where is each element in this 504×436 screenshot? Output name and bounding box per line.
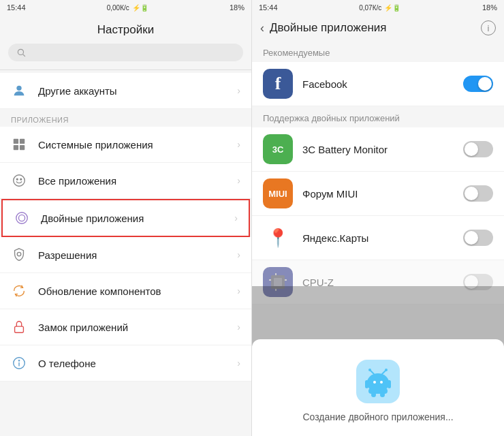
dialog-text: Создание двойного приложения... xyxy=(302,411,453,422)
facebook-icon: f xyxy=(263,69,293,99)
right-page-title: Двойные приложения xyxy=(270,21,475,35)
all-apps-label: Все приложения xyxy=(38,175,226,187)
time-right: 15:44 xyxy=(259,3,278,12)
toggle-knob xyxy=(464,142,478,156)
menu-item-system-apps[interactable]: Системные приложения › xyxy=(0,127,251,163)
svg-point-29 xyxy=(385,369,388,371)
app-item-yandex: 📍 Яндекс.Карты xyxy=(252,216,504,260)
dialog-box: Создание двойного приложения... xyxy=(252,339,504,436)
svg-rect-18 xyxy=(274,278,282,286)
apps-icon xyxy=(11,136,27,153)
yandex-icon: 📍 xyxy=(263,223,293,253)
accounts-label: Другие аккаунты xyxy=(38,85,226,97)
info-phone-icon xyxy=(11,355,27,371)
page-title-left: Настройки xyxy=(0,15,251,44)
system-apps-label: Системные приложения xyxy=(38,139,226,151)
back-button[interactable]: ‹ xyxy=(260,21,264,35)
chevron-icon: › xyxy=(237,249,240,260)
update-label: Обновление компонентов xyxy=(38,285,226,297)
yandex-name: Яндекс.Карты xyxy=(302,232,454,244)
svg-point-9 xyxy=(20,178,22,180)
status-bar-right: 15:44 0,07К/с ⚡🔋 18% xyxy=(252,0,504,15)
lock-icon xyxy=(11,319,27,335)
app-item-3c-battery: 3C 3C Battery Monitor xyxy=(252,127,504,172)
svg-point-12 xyxy=(17,252,21,256)
battery-left: 18% xyxy=(230,3,245,12)
svg-rect-30 xyxy=(365,380,368,388)
menu-item-all-apps[interactable]: Все приложения › xyxy=(0,163,251,199)
svg-rect-5 xyxy=(14,145,18,150)
app-item-miui: MIUI Форум MIUI xyxy=(252,172,504,216)
yandex-toggle[interactable] xyxy=(463,230,493,246)
shield-icon xyxy=(11,247,27,263)
svg-point-24 xyxy=(373,381,376,384)
battery-right: 18% xyxy=(482,3,497,12)
svg-point-7 xyxy=(14,175,25,187)
android-icon xyxy=(356,360,400,403)
chevron-icon: › xyxy=(237,175,240,186)
chevron-icon: › xyxy=(237,285,240,296)
status-center-right: 0,07К/с ⚡🔋 xyxy=(359,4,400,12)
svg-point-16 xyxy=(19,360,20,361)
svg-rect-34 xyxy=(380,392,385,397)
chevron-icon: › xyxy=(237,322,240,332)
svg-point-25 xyxy=(380,381,383,384)
search-bar[interactable] xyxy=(8,44,243,61)
permissions-label: Разрешения xyxy=(38,249,226,261)
svg-point-0 xyxy=(18,49,23,54)
svg-rect-4 xyxy=(20,139,25,144)
apps-section-label: ПРИЛОЖЕНИЯ xyxy=(0,109,251,127)
time-left: 15:44 xyxy=(7,3,26,12)
menu-item-dual-apps[interactable]: Двойные приложения › xyxy=(1,199,250,237)
menu-item-lock[interactable]: Замок приложений › xyxy=(0,309,251,345)
svg-rect-3 xyxy=(14,139,18,144)
svg-point-10 xyxy=(16,213,28,224)
svg-line-28 xyxy=(382,371,385,374)
facebook-name: Facebook xyxy=(302,78,454,90)
left-panel: 15:44 0,00К/с ⚡🔋 18% Настройки Другие ак… xyxy=(0,0,252,436)
info-button[interactable]: i xyxy=(481,20,496,35)
svg-point-11 xyxy=(18,215,25,221)
svg-rect-21 xyxy=(275,273,277,275)
svg-rect-19 xyxy=(269,279,271,281)
svg-rect-13 xyxy=(15,326,24,332)
battery-app-name: 3C Battery Monitor xyxy=(302,144,454,155)
divider xyxy=(0,69,251,70)
dual-icon xyxy=(14,210,30,226)
miui-name: Форум MIUI xyxy=(302,188,454,200)
lock-label: Замок приложений xyxy=(38,322,226,333)
svg-line-1 xyxy=(23,54,25,57)
status-bar-left: 15:44 0,00К/с ⚡🔋 18% xyxy=(0,0,251,15)
miui-toggle[interactable] xyxy=(463,185,493,202)
chevron-icon: › xyxy=(237,358,240,369)
svg-rect-32 xyxy=(368,388,388,394)
menu-item-accounts[interactable]: Другие аккаунты › xyxy=(0,73,251,109)
menu-item-permissions[interactable]: Разрешения › xyxy=(0,237,251,273)
account-icon xyxy=(11,82,27,99)
dialog-backdrop: Создание двойного приложения... xyxy=(252,286,504,436)
menu-item-about[interactable]: О телефоне › xyxy=(0,345,251,382)
svg-rect-31 xyxy=(388,380,391,388)
chevron-icon: › xyxy=(237,85,240,96)
right-panel: 15:44 0,07К/с ⚡🔋 18% ‹ Двойные приложени… xyxy=(252,0,504,436)
recommended-section-label: Рекомендуемые xyxy=(252,41,504,62)
battery-toggle[interactable] xyxy=(463,141,493,157)
smiley-icon xyxy=(11,172,27,189)
update-icon xyxy=(11,283,27,299)
dual-apps-label: Двойные приложения xyxy=(41,213,223,224)
toggle-knob xyxy=(464,231,478,245)
battery-app-icon: 3C xyxy=(263,134,293,164)
app-item-facebook: f Facebook xyxy=(252,62,504,106)
svg-point-8 xyxy=(16,178,18,180)
svg-point-27 xyxy=(368,369,371,371)
svg-point-2 xyxy=(16,86,21,91)
menu-item-update[interactable]: Обновление компонентов › xyxy=(0,273,251,309)
right-header: ‹ Двойные приложения i xyxy=(252,15,504,41)
toggle-knob xyxy=(478,77,492,91)
svg-line-26 xyxy=(371,371,374,374)
facebook-toggle[interactable] xyxy=(463,76,493,92)
chevron-icon: › xyxy=(237,139,240,150)
svg-rect-20 xyxy=(285,279,287,281)
svg-rect-6 xyxy=(20,145,25,150)
svg-rect-33 xyxy=(371,392,376,397)
